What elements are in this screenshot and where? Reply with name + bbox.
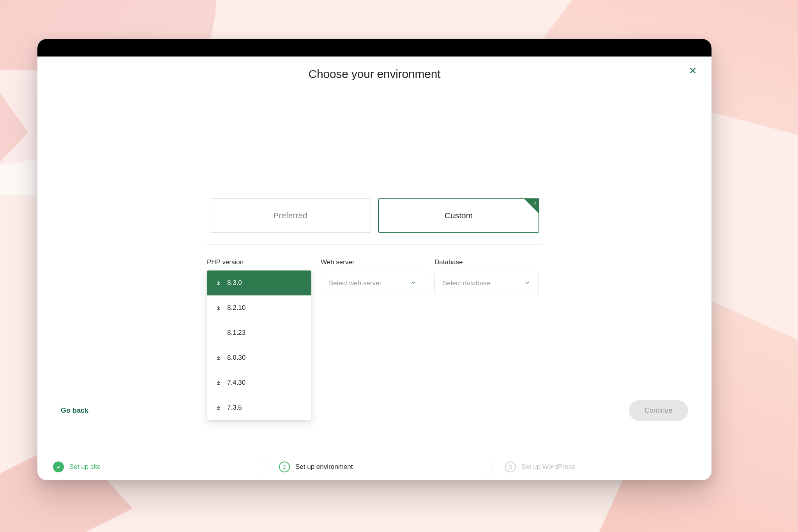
select-placeholder: Select database [443, 279, 490, 287]
download-icon [215, 280, 222, 286]
check-icon: ✓ [533, 201, 537, 206]
download-icon [215, 380, 222, 386]
php-option-label: 8.0.30 [227, 354, 245, 362]
setup-modal: Choose your environment Preferred Custom… [37, 39, 711, 480]
window-titlebar [37, 39, 711, 57]
continue-button[interactable]: Continue [629, 400, 688, 421]
divider [207, 244, 542, 245]
tab-custom[interactable]: Custom ✓ [378, 198, 539, 233]
php-option[interactable]: 8.0.30 [207, 345, 311, 370]
php-version-dropdown: 8.3.08.2.108.1.238.0.307.4.307.3.5 [207, 270, 311, 420]
step-set-up-wordpress[interactable]: 3 Set up WordPress [486, 453, 711, 480]
php-option[interactable]: 8.2.10 [207, 295, 311, 320]
modal-body: Choose your environment Preferred Custom… [37, 57, 711, 480]
php-option-label: 8.3.0 [227, 279, 242, 287]
database-select[interactable]: Select database [434, 272, 539, 295]
download-icon [215, 355, 222, 361]
tab-label: Custom [445, 211, 473, 220]
tab-preferred[interactable]: Preferred [210, 198, 371, 233]
footer-buttons: Go back Continue [37, 400, 711, 421]
step-label: Set up site [69, 463, 101, 471]
stepper: Set up site 2 Set up environment 3 Set u… [37, 453, 711, 480]
go-back-button[interactable]: Go back [61, 407, 88, 415]
field-label: Web server [321, 258, 425, 266]
check-icon [56, 464, 61, 470]
step-indicator: 2 [279, 461, 290, 472]
php-version-field: PHP version 8.3.08.2.108.1.238.0.307.4.3… [207, 258, 311, 295]
step-indicator [53, 461, 64, 472]
select-placeholder: Select web server [329, 279, 381, 287]
php-option-label: 8.2.10 [227, 304, 245, 312]
step-set-up-environment[interactable]: 2 Set up environment [260, 453, 486, 480]
step-indicator: 3 [505, 461, 516, 472]
chevron-down-icon [410, 279, 417, 288]
php-option[interactable]: 7.4.30 [207, 370, 311, 395]
web-server-select[interactable]: Select web server [321, 272, 425, 295]
php-option[interactable]: 8.3.0 [207, 270, 311, 295]
environment-tabs: Preferred Custom ✓ [210, 198, 539, 233]
step-label: Set up WordPress [521, 463, 575, 471]
modal-header: Choose your environment [37, 57, 711, 81]
close-button[interactable] [687, 64, 699, 77]
content-area: Preferred Custom ✓ PHP version 8.3.08.2.… [37, 81, 711, 453]
close-icon [689, 66, 697, 75]
php-option-label: 7.4.30 [227, 379, 245, 387]
environment-form: PHP version 8.3.08.2.108.1.238.0.307.4.3… [207, 258, 542, 295]
field-label: PHP version [207, 258, 311, 266]
page-title: Choose your environment [37, 67, 711, 81]
tab-label: Preferred [273, 211, 307, 220]
download-icon [215, 305, 222, 311]
step-set-up-site[interactable]: Set up site [37, 453, 260, 480]
database-field: Database Select database [434, 258, 539, 295]
step-label: Set up environment [295, 463, 353, 471]
php-option[interactable]: 8.1.23 [207, 320, 311, 345]
chevron-down-icon [524, 279, 531, 288]
php-option-label: 8.1.23 [227, 329, 245, 337]
web-server-field: Web server Select web server [321, 258, 425, 295]
field-label: Database [434, 258, 539, 266]
selected-corner [524, 198, 539, 214]
